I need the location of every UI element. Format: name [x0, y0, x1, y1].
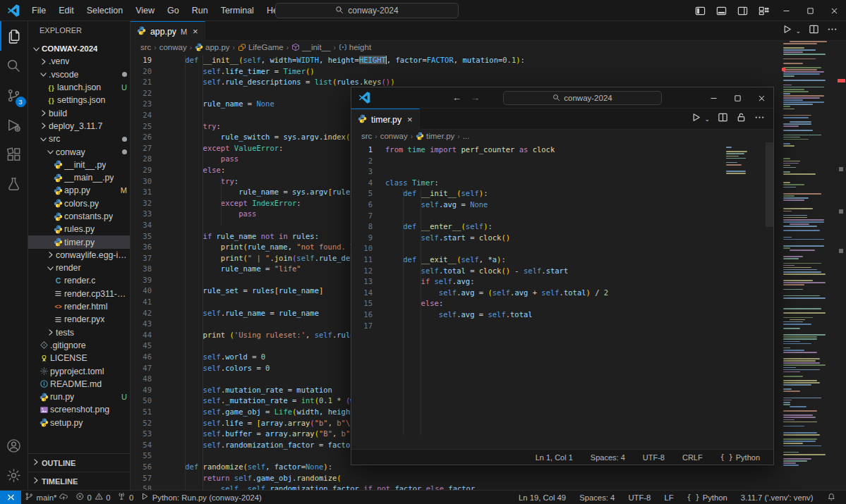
- line-number[interactable]: 50: [131, 395, 152, 407]
- breadcrumb-item-conway[interactable]: conway: [159, 43, 187, 51]
- timeline-section[interactable]: TIMELINE: [28, 472, 130, 490]
- ports-item[interactable]: 0: [114, 492, 137, 503]
- tree-item-colors-py[interactable]: colors.py: [28, 197, 130, 210]
- line-number[interactable]: 10: [351, 243, 373, 254]
- toggle-secondary-sidebar-icon[interactable]: [732, 0, 753, 21]
- breadcrumb-item-conway[interactable]: conway: [380, 132, 408, 140]
- tree-item--main-py[interactable]: __main__.py: [28, 171, 130, 184]
- tree-item-license[interactable]: LICENSE: [28, 352, 130, 364]
- problems-item[interactable]: 0 0: [72, 492, 114, 503]
- menu-selection[interactable]: Selection: [80, 6, 129, 16]
- line-number[interactable]: 46: [131, 352, 152, 363]
- breadcrumb-item--init-[interactable]: __init__: [291, 43, 330, 51]
- line-number[interactable]: 14: [351, 288, 373, 299]
- line-number[interactable]: 31: [131, 187, 152, 198]
- tree-item-conwaylife-egg-info[interactable]: conwaylife.egg-info: [28, 249, 130, 262]
- line-number[interactable]: 12: [351, 266, 373, 277]
- status-eol[interactable]: LF: [660, 493, 677, 502]
- line-number[interactable]: 24: [131, 110, 152, 121]
- minimize-button[interactable]: [701, 87, 725, 109]
- line-number[interactable]: 23: [131, 99, 152, 110]
- line-number[interactable]: 36: [131, 242, 152, 253]
- menu-file[interactable]: File: [25, 6, 52, 16]
- line-number[interactable]: 3: [351, 166, 373, 178]
- line-number[interactable]: 32: [131, 198, 152, 209]
- line-number[interactable]: 2: [351, 156, 373, 167]
- tree-item-render-html[interactable]: <>render.html: [28, 300, 130, 313]
- tree-item-timer-py[interactable]: timer.py: [28, 235, 130, 248]
- split-editor-icon[interactable]: [718, 112, 728, 125]
- code-line-17[interactable]: 17: [351, 321, 725, 332]
- line-number[interactable]: 13: [351, 276, 373, 288]
- line-number[interactable]: 6: [351, 199, 373, 211]
- breadcrumb-item-app-py[interactable]: app.py: [195, 43, 230, 51]
- line-number[interactable]: 39: [131, 275, 152, 286]
- line-number[interactable]: 45: [131, 340, 152, 352]
- line-number[interactable]: 29: [131, 165, 152, 176]
- tree-item--gitignore[interactable]: .gitignore: [28, 339, 130, 352]
- maximize-button[interactable]: [725, 87, 749, 109]
- tree-item-run-py[interactable]: run.pyU: [28, 391, 130, 403]
- status-indentation[interactable]: Spaces: 4: [576, 493, 618, 502]
- toggle-sidebar-icon[interactable]: [689, 0, 711, 21]
- tab-timer-py[interactable]: timer.py ×: [351, 109, 420, 130]
- tree-item-deploy-3-11-7[interactable]: deploy_3.11.7: [28, 120, 130, 133]
- line-number[interactable]: 49: [131, 385, 152, 396]
- customize-layout-icon[interactable]: [753, 0, 774, 21]
- status-interpreter[interactable]: 3.11.7 ('.venv': venv): [737, 493, 817, 502]
- code-line-19[interactable]: 19 def __init__(self, width=WIDTH, heigh…: [131, 55, 782, 66]
- command-center-search[interactable]: conway-2024: [503, 91, 662, 105]
- activity-settings-icon[interactable]: [0, 460, 28, 490]
- menu-terminal[interactable]: Terminal: [214, 6, 260, 16]
- status-encoding[interactable]: UTF-8: [624, 493, 654, 502]
- line-number[interactable]: 15: [351, 298, 373, 309]
- line-number[interactable]: 47: [131, 363, 152, 374]
- code-line-14[interactable]: 14 self.avg = (self.avg + self.total) / …: [351, 288, 725, 299]
- breadcrumb-item-timer-py[interactable]: timer.py: [416, 132, 454, 140]
- code-line-57[interactable]: 57 return self.game_obj.randomize(: [131, 473, 782, 484]
- code-line-8[interactable]: 8 def __enter__(self):: [351, 221, 725, 233]
- line-number[interactable]: 55: [131, 450, 152, 462]
- code-line-13[interactable]: 13 if self.avg:: [351, 276, 725, 288]
- status-cursor-position[interactable]: Ln 19, Col 49: [515, 493, 569, 502]
- line-number[interactable]: 37: [131, 253, 152, 264]
- run-python-file-icon[interactable]: [691, 112, 701, 125]
- maximize-button[interactable]: [798, 0, 822, 21]
- line-number[interactable]: 38: [131, 264, 152, 275]
- code-line-3[interactable]: 3: [351, 166, 725, 178]
- tree-item-screenshot-png[interactable]: screenshot.png: [28, 403, 130, 416]
- line-number[interactable]: 26: [131, 132, 152, 143]
- minimap[interactable]: [725, 142, 765, 227]
- line-number[interactable]: 7: [351, 211, 373, 222]
- activity-extensions-icon[interactable]: [0, 140, 28, 169]
- split-editor-icon[interactable]: [809, 24, 819, 37]
- breadcrumb-item-src[interactable]: src: [361, 132, 372, 140]
- line-number[interactable]: 53: [131, 429, 152, 440]
- tree-item-pyproject-toml[interactable]: pyproject.toml: [28, 364, 130, 377]
- status-indentation[interactable]: Spaces: 4: [587, 453, 629, 462]
- run-dropdown-icon[interactable]: ⌄: [795, 27, 801, 35]
- line-number[interactable]: 40: [131, 285, 152, 297]
- tree-item-render-pyx[interactable]: render.pyx: [28, 313, 130, 326]
- tree-item-conway-2024[interactable]: CONWAY-2024: [28, 42, 130, 55]
- close-button[interactable]: [749, 87, 773, 109]
- status-notifications[interactable]: [823, 493, 840, 502]
- tree-item-render[interactable]: render: [28, 262, 130, 274]
- code-line-4[interactable]: 4class Timer:: [351, 178, 725, 189]
- line-number[interactable]: 42: [131, 308, 152, 319]
- code-line-10[interactable]: 10: [351, 243, 725, 254]
- line-number[interactable]: 44: [131, 330, 152, 341]
- activity-run-debug-icon[interactable]: [0, 110, 28, 140]
- line-number[interactable]: 35: [131, 231, 152, 242]
- line-number[interactable]: 22: [131, 88, 152, 99]
- line-number[interactable]: 20: [131, 66, 152, 78]
- code-line-16[interactable]: 16 self.avg = self.total: [351, 309, 725, 321]
- breadcrumb-item-height[interactable]: height: [339, 43, 371, 51]
- line-number[interactable]: 30: [131, 176, 152, 188]
- line-number[interactable]: 43: [131, 319, 152, 330]
- tree-item-render-c[interactable]: Crender.c: [28, 274, 130, 287]
- tree-item--vscode[interactable]: .vscode: [28, 68, 130, 81]
- line-number[interactable]: 5: [351, 188, 373, 199]
- code-line-9[interactable]: 9 self.start = clock(): [351, 233, 725, 244]
- tree-item-tests[interactable]: tests: [28, 326, 130, 339]
